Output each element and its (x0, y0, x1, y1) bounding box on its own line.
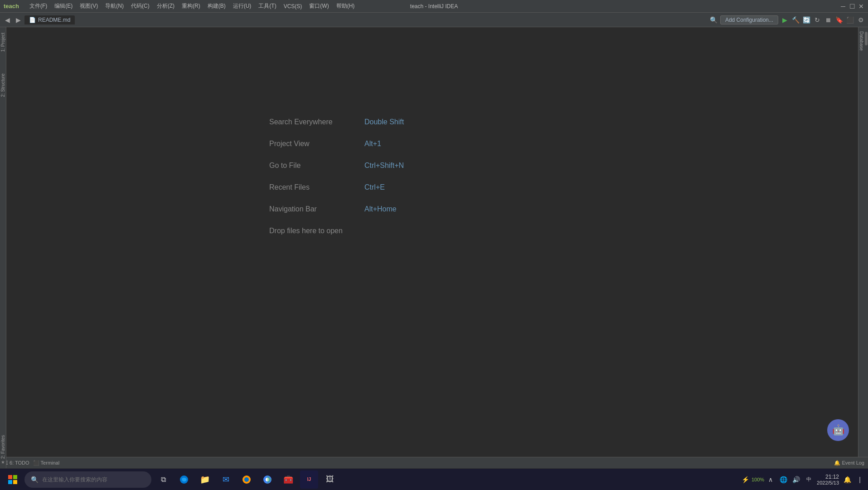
add-configuration-button[interactable]: Add Configuration... (720, 15, 778, 24)
menu-item-b[interactable]: 构建(B) (204, 1, 229, 11)
network-icon[interactable]: 🌐 (779, 475, 788, 484)
hint-shortcut: Ctrl+Shift+N (364, 162, 404, 170)
search-everywhere-icon[interactable]: 🔍 (709, 15, 718, 24)
hint-label: Search Everywhere (269, 118, 360, 126)
terminal-status-label: Terminal (41, 460, 60, 466)
menu-item-vcss[interactable]: VCS(S) (281, 2, 305, 10)
left-panel-tabs: 1: Project 2: Structure 📁 📌 (0, 27, 6, 468)
hint-label: Go to File (269, 162, 360, 170)
hint-shortcut: Alt+Home (364, 205, 397, 213)
favorites-panel: 2: Favorites ★ (0, 441, 6, 468)
menu-item-u[interactable]: 运行(U) (230, 1, 255, 11)
jetbrains-toolbox-icon[interactable]: 🧰 (279, 470, 297, 489)
favorites-panel-tab[interactable]: 2: Favorites (0, 434, 6, 460)
hint-row: Go to FileCtrl+Shift+N (269, 162, 404, 170)
menu-item-h[interactable]: 帮助(H) (333, 1, 358, 11)
toolbar: ◀ ▶ 📄 README.md 🔍 Add Configuration... ▶… (0, 13, 868, 27)
title-bar: teach 文件(F)编辑(E)视图(V)导航(N)代码(C)分析(Z)重构(R… (0, 0, 868, 13)
menu-item-c[interactable]: 代码(C) (128, 1, 153, 11)
forward-icon[interactable]: ▶ (14, 15, 23, 24)
run-icon[interactable]: ▶ (780, 15, 789, 24)
file-tab[interactable]: 📄 README.md (24, 15, 75, 24)
menu-item-e[interactable]: 编辑(E) (51, 1, 76, 11)
taskbar: 🔍 ⧉ 📁 ✉ 🧰 IJ 🖼 ⚡ 100% ∧ 🌐 🔊 中 (0, 468, 868, 490)
structure-panel-tab[interactable]: 2: Structure (0, 72, 6, 99)
show-desktop-button[interactable]: | (855, 475, 864, 484)
rebuild-icon[interactable]: 🔄 (802, 15, 811, 24)
right-panel: Database (858, 27, 864, 468)
start-button[interactable] (4, 470, 22, 489)
vertical-scrollbar[interactable] (864, 27, 868, 468)
task-view-button[interactable]: ⧉ (154, 470, 172, 489)
close-button[interactable]: ✕ (858, 3, 864, 10)
window-controls: ─ ☐ ✕ (840, 3, 864, 10)
notifications-icon[interactable]: 🔔 (843, 475, 852, 484)
hint-row: Recent FilesCtrl+E (269, 183, 404, 191)
hint-row: Drop files here to open (269, 227, 404, 235)
minimize-button[interactable]: ─ (840, 3, 846, 10)
database-panel-tab[interactable]: Database (858, 29, 864, 53)
file-icon: 📄 (29, 17, 36, 23)
edge-icon[interactable] (175, 470, 193, 489)
taskbar-search-box[interactable]: 🔍 (24, 471, 151, 488)
battery-icon[interactable]: 100% (753, 475, 762, 484)
menu-bar: 文件(F)编辑(E)视图(V)导航(N)代码(C)分析(Z)重构(R)构建(B)… (26, 1, 358, 11)
star-icon[interactable]: ★ (1, 460, 5, 465)
event-log-icon: 🔔 (834, 460, 840, 466)
back-icon[interactable]: ◀ (3, 15, 12, 24)
system-tray: ⚡ 100% ∧ 🌐 🔊 中 21:12 2022/5/13 🔔 | (741, 474, 864, 485)
volume-icon[interactable]: 🔊 (791, 475, 800, 484)
menu-item-r[interactable]: 重构(R) (179, 1, 204, 11)
menu-item-n[interactable]: 导航(N) (102, 1, 127, 11)
language-icon[interactable]: 中 (804, 475, 813, 484)
hint-label: Project View (269, 140, 360, 148)
scrollbar-thumb[interactable] (865, 32, 868, 45)
settings-icon[interactable]: ⚙ (856, 15, 865, 24)
maximize-button[interactable]: ☐ (849, 3, 855, 10)
hint-row: Search EverywhereDouble Shift (269, 118, 404, 126)
chevron-up-icon[interactable]: ∧ (766, 475, 775, 484)
rerun-icon[interactable]: ↻ (813, 15, 822, 24)
build-icon[interactable]: 🔨 (791, 15, 800, 24)
hint-label: Navigation Bar (269, 205, 360, 213)
menu-item-z[interactable]: 分析(Z) (154, 1, 178, 11)
clock-date: 2022/5/13 (817, 480, 839, 485)
chrome-icon[interactable] (258, 470, 276, 489)
stop-icon[interactable]: ⏹ (824, 15, 833, 24)
battery-charging-icon[interactable]: ⚡ (741, 475, 750, 484)
picture-icon[interactable]: 🖼 (321, 470, 339, 489)
assistant-avatar[interactable]: 🤖 (827, 419, 849, 441)
hint-label: Recent Files (269, 183, 360, 191)
firefox-icon[interactable] (238, 470, 256, 489)
project-panel-tab[interactable]: 1: Project (0, 31, 6, 54)
welcome-hints: Search EverywhereDouble ShiftProject Vie… (269, 118, 404, 249)
terminal-icon: ⬛ (33, 460, 39, 466)
menu-item-t[interactable]: 工具(T) (255, 1, 279, 11)
todo-label: 6: TODO (10, 460, 29, 466)
taskbar-search-icon: 🔍 (31, 476, 39, 483)
hint-drop: Drop files here to open (269, 227, 343, 235)
menu-item-f[interactable]: 文件(F) (26, 1, 50, 11)
project-title-label: teach (4, 3, 19, 10)
system-clock[interactable]: 21:12 2022/5/13 (817, 474, 839, 485)
window-title: teach - IntelliJ IDEA (410, 3, 458, 10)
menu-item-w[interactable]: 窗口(W) (306, 1, 332, 11)
hint-row: Project ViewAlt+1 (269, 140, 404, 148)
intellij-icon[interactable]: IJ (300, 470, 318, 489)
file-explorer-button[interactable]: 📁 (196, 470, 214, 489)
menu-item-v[interactable]: 视图(V) (77, 1, 101, 11)
svg-rect-3 (13, 480, 17, 484)
hint-shortcut: Alt+1 (364, 140, 381, 148)
bookmark-icon[interactable]: 🔖 (834, 15, 844, 24)
clock-time: 21:12 (817, 474, 839, 480)
event-log-button[interactable]: 🔔 Event Log (834, 460, 864, 466)
expand-icon[interactable]: ⬛ (845, 15, 854, 24)
editor-area: Search EverywhereDouble ShiftProject Vie… (6, 27, 858, 468)
terminal-button[interactable]: ⬛ Terminal (33, 460, 60, 466)
svg-point-6 (244, 477, 249, 482)
file-tab-label: README.md (38, 17, 70, 23)
taskbar-search-input[interactable] (42, 476, 145, 483)
svg-rect-1 (13, 475, 17, 479)
mail-icon[interactable]: ✉ (217, 470, 235, 489)
todo-button[interactable]: ☰ 6: TODO (4, 460, 29, 466)
